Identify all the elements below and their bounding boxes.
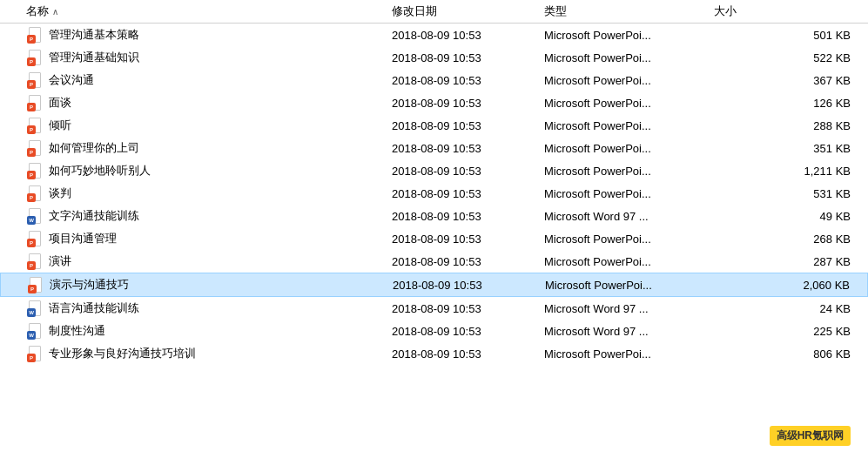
- file-date-cell: 2018-08-09 10:53: [383, 325, 535, 338]
- file-name-text: 面谈: [49, 95, 71, 111]
- file-name-text: 项目沟通管理: [49, 231, 117, 246]
- file-date-cell: 2018-08-09 10:53: [384, 279, 536, 292]
- table-row[interactable]: W 文字沟通技能训练 2018-08-09 10:53 Microsoft Wo…: [0, 205, 868, 227]
- ppt-icon: P: [26, 162, 44, 179]
- table-row[interactable]: P 项目沟通管理 2018-08-09 10:53 Microsoft Powe…: [0, 227, 868, 250]
- table-row[interactable]: P 倾听 2018-08-09 10:53 Microsoft PowerPoi…: [0, 114, 868, 137]
- column-header-name[interactable]: 名称 ∧: [0, 3, 383, 19]
- file-name-cell: P 谈判: [0, 185, 383, 202]
- file-name-text: 演示与沟通技巧: [50, 277, 129, 293]
- file-name-cell: P 会议沟通: [0, 71, 383, 89]
- file-name-cell: P 专业形象与良好沟通技巧培训: [0, 345, 383, 362]
- ppt-icon: P: [26, 185, 44, 202]
- word-icon: W: [26, 207, 44, 225]
- file-date-cell: 2018-08-09 10:53: [383, 302, 535, 315]
- file-type-cell: Microsoft PowerPoi...: [535, 187, 705, 200]
- file-name-text: 管理沟通基本策略: [49, 27, 139, 43]
- ppt-icon: P: [26, 139, 44, 157]
- file-name-cell: P 倾听: [0, 117, 383, 134]
- word-icon: W: [26, 300, 44, 317]
- table-row[interactable]: P 如何管理你的上司 2018-08-09 10:53 Microsoft Po…: [0, 137, 868, 159]
- ppt-icon: P: [26, 117, 44, 134]
- table-row[interactable]: P 会议沟通 2018-08-09 10:53 Microsoft PowerP…: [0, 69, 868, 91]
- file-name-cell: W 文字沟通技能训练: [0, 207, 383, 225]
- ppt-icon: P: [26, 71, 44, 89]
- table-row[interactable]: P 管理沟通基础知识 2018-08-09 10:53 Microsoft Po…: [0, 46, 868, 69]
- file-date-cell: 2018-08-09 10:53: [383, 51, 535, 64]
- file-type-cell: Microsoft PowerPoi...: [535, 165, 705, 178]
- file-type-cell: Microsoft PowerPoi...: [535, 347, 705, 361]
- file-name-text: 如何管理你的上司: [49, 140, 139, 156]
- file-name-text: 专业形象与良好沟通技巧培训: [49, 346, 196, 361]
- table-row[interactable]: P 面谈 2018-08-09 10:53 Microsoft PowerPoi…: [0, 91, 868, 114]
- file-name-text: 演讲: [49, 253, 71, 269]
- word-icon: W: [26, 322, 44, 340]
- table-row[interactable]: P 专业形象与良好沟通技巧培训 2018-08-09 10:53 Microso…: [0, 342, 868, 365]
- file-name-cell: W 制度性沟通: [0, 322, 383, 340]
- file-name-cell: P 如何管理你的上司: [0, 139, 383, 157]
- file-size-cell: 126 KB: [705, 97, 868, 110]
- file-size-cell: 351 KB: [705, 142, 868, 155]
- ppt-icon: P: [26, 345, 44, 362]
- file-name-cell: P 管理沟通基础知识: [0, 49, 383, 66]
- column-header-size[interactable]: 大小: [705, 3, 868, 19]
- column-header-date[interactable]: 修改日期: [383, 3, 535, 19]
- file-date-cell: 2018-08-09 10:53: [383, 347, 535, 361]
- ppt-icon: P: [26, 230, 44, 247]
- file-date-cell: 2018-08-09 10:53: [383, 142, 535, 155]
- column-header-type[interactable]: 类型: [535, 3, 705, 19]
- file-size-cell: 501 KB: [705, 29, 868, 42]
- file-name-cell: P 如何巧妙地聆听别人: [0, 162, 383, 179]
- file-type-cell: Microsoft PowerPoi...: [535, 51, 705, 64]
- file-type-cell: Microsoft PowerPoi...: [535, 74, 705, 87]
- ppt-icon: P: [26, 26, 44, 44]
- table-row[interactable]: P 演讲 2018-08-09 10:53 Microsoft PowerPoi…: [0, 250, 868, 273]
- file-size-cell: 225 KB: [705, 325, 868, 338]
- table-row[interactable]: P 管理沟通基本策略 2018-08-09 10:53 Microsoft Po…: [0, 24, 868, 46]
- table-row[interactable]: W 制度性沟通 2018-08-09 10:53 Microsoft Word …: [0, 320, 868, 342]
- table-header: 名称 ∧ 修改日期 类型 大小: [0, 0, 868, 24]
- file-name-text: 文字沟通技能训练: [49, 208, 139, 224]
- file-name-cell: P 演讲: [0, 253, 383, 270]
- file-list: P 管理沟通基本策略 2018-08-09 10:53 Microsoft Po…: [0, 24, 868, 468]
- ppt-icon: P: [26, 94, 44, 111]
- file-size-cell: 287 KB: [705, 255, 868, 268]
- file-size-cell: 49 KB: [705, 210, 868, 223]
- file-name-cell: P 演示与沟通技巧: [1, 276, 384, 293]
- file-size-cell: 367 KB: [705, 74, 868, 87]
- file-date-cell: 2018-08-09 10:53: [383, 165, 535, 178]
- file-date-cell: 2018-08-09 10:53: [383, 74, 535, 87]
- table-row[interactable]: P 如何巧妙地聆听别人 2018-08-09 10:53 Microsoft P…: [0, 159, 868, 182]
- file-explorer: 名称 ∧ 修改日期 类型 大小 P 管理沟通基本策略 2018-08-09 10…: [0, 0, 868, 472]
- file-type-cell: Microsoft Word 97 ...: [535, 325, 705, 338]
- file-name-text: 如何巧妙地聆听别人: [49, 163, 151, 179]
- file-date-cell: 2018-08-09 10:53: [383, 119, 535, 132]
- table-row[interactable]: P 演示与沟通技巧 2018-08-09 10:53 Microsoft Pow…: [0, 273, 868, 297]
- file-size-cell: 806 KB: [705, 347, 868, 361]
- file-size-cell: 268 KB: [705, 233, 868, 246]
- watermark-badge: 高级HR氪职网: [770, 426, 851, 446]
- ppt-icon: P: [26, 49, 44, 66]
- file-date-cell: 2018-08-09 10:53: [383, 255, 535, 268]
- file-type-cell: Microsoft PowerPoi...: [535, 233, 705, 246]
- ppt-icon: P: [27, 276, 44, 293]
- file-size-cell: 288 KB: [705, 119, 868, 132]
- sort-arrow-icon: ∧: [52, 7, 58, 17]
- file-name-text: 会议沟通: [49, 72, 94, 88]
- file-type-cell: Microsoft PowerPoi...: [535, 142, 705, 155]
- file-name-cell: W 语言沟通技能训练: [0, 300, 383, 317]
- table-row[interactable]: P 谈判 2018-08-09 10:53 Microsoft PowerPoi…: [0, 182, 868, 205]
- file-name-text: 语言沟通技能训练: [49, 300, 139, 316]
- file-type-cell: Microsoft PowerPoi...: [535, 29, 705, 42]
- file-size-cell: 531 KB: [705, 187, 868, 200]
- file-date-cell: 2018-08-09 10:53: [383, 210, 535, 223]
- file-size-cell: 2,060 KB: [706, 279, 867, 292]
- file-name-text: 谈判: [49, 185, 71, 201]
- file-name-text: 管理沟通基础知识: [49, 50, 139, 65]
- table-row[interactable]: W 语言沟通技能训练 2018-08-09 10:53 Microsoft Wo…: [0, 297, 868, 320]
- file-date-cell: 2018-08-09 10:53: [383, 187, 535, 200]
- file-type-cell: Microsoft PowerPoi...: [535, 255, 705, 268]
- ppt-icon: P: [26, 253, 44, 270]
- file-type-cell: Microsoft PowerPoi...: [535, 97, 705, 110]
- file-type-cell: Microsoft Word 97 ...: [535, 210, 705, 223]
